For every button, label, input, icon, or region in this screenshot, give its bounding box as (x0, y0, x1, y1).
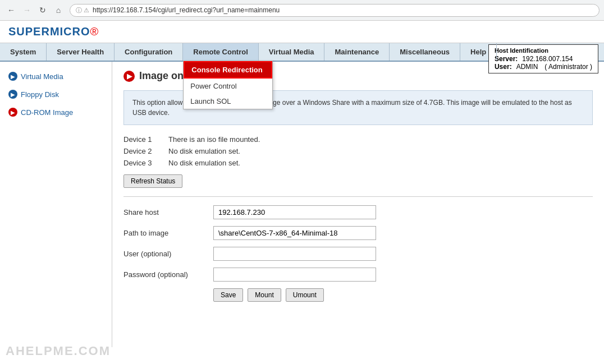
nav-buttons: ← → ↻ ⌂ (4, 3, 65, 17)
supermicro-logo: SUPERMICRO® (8, 25, 98, 38)
path-input[interactable] (213, 226, 376, 240)
address-bar[interactable]: ⓘ ⚠ https://192.168.7.154/cgi/url_redire… (70, 4, 600, 17)
nav-server-health[interactable]: Server Health (47, 43, 115, 61)
sidebar-item-floppy-disk[interactable]: ▶ Floppy Disk (0, 85, 112, 103)
host-identification-box: Host Identification Server: 192.168.007.… (488, 44, 598, 73)
logo-dot: ® (90, 25, 99, 38)
nav-maintenance[interactable]: Maintenance (324, 43, 390, 61)
logo-bar: SUPERMICRO® (0, 21, 604, 43)
nav-help[interactable]: Help (460, 43, 497, 61)
save-button[interactable]: Save (213, 288, 243, 302)
virtual-media-icon: ▶ (8, 72, 17, 81)
device-2-label: Device 2 (123, 147, 168, 155)
user-value: ADMIN (516, 63, 538, 71)
device-3-label: Device 3 (123, 159, 168, 167)
watermark: AHELPME.COM (6, 344, 111, 347)
user-row: User (optional) (123, 247, 593, 261)
server-value: 192.168.007.154 (522, 55, 573, 63)
url-text: https://192.168.7.154/cgi/url_redirect.c… (93, 6, 280, 14)
nav-virtual-media[interactable]: Virtual Media (259, 43, 325, 61)
device-3-value: No disk emulation set. (168, 159, 240, 167)
dropdown-console-redirection[interactable]: Console Redirection (184, 61, 272, 79)
sidebar-floppy-disk-label: Floppy Disk (21, 90, 59, 99)
sidebar-virtual-media-label: Virtual Media (21, 72, 63, 81)
device-table: Device 1 There is an iso file mounted. D… (123, 133, 593, 169)
nav-remote-control[interactable]: Remote Control Console Redirection Power… (183, 43, 259, 61)
share-host-label: Share host (123, 208, 213, 216)
user-label: User (optional) (123, 250, 213, 258)
browser-chrome: ← → ↻ ⌂ ⓘ ⚠ https://192.168.7.154/cgi/ur… (0, 0, 604, 21)
floppy-disk-icon: ▶ (8, 90, 17, 99)
sidebar: ▶ Virtual Media ▶ Floppy Disk ▶ CD-ROM I… (0, 62, 112, 347)
logo-text: SUPERMICRO (8, 25, 90, 38)
forward-button[interactable]: → (20, 3, 34, 17)
device-row-3: Device 3 No disk emulation set. (123, 157, 593, 169)
device-2-value: No disk emulation set. (168, 147, 240, 155)
device-row-2: Device 2 No disk emulation set. (123, 145, 593, 157)
umount-button[interactable]: Umount (286, 288, 324, 302)
bottom-buttons: Save Mount Umount (213, 288, 593, 302)
path-to-image-row: Path to image (123, 226, 593, 240)
sidebar-item-virtual-media[interactable]: ▶ Virtual Media (0, 67, 112, 85)
device-1-value: There is an iso file mounted. (168, 135, 260, 144)
user-label: User: (495, 63, 512, 71)
nav-miscellaneous[interactable]: Miscellaneous (390, 43, 460, 61)
path-label: Path to image (123, 229, 213, 237)
section-divider (123, 196, 593, 197)
home-button[interactable]: ⌂ (52, 3, 65, 17)
host-id-user-row: User: ADMIN ( Administrator ) (495, 63, 592, 71)
host-id-title: Host Identification (495, 47, 592, 54)
share-host-input[interactable] (213, 205, 376, 219)
security-icon: ⓘ ⚠ (76, 6, 89, 15)
password-input[interactable] (213, 268, 376, 282)
page-title-icon: ▶ (123, 71, 135, 82)
back-button[interactable]: ← (4, 3, 18, 17)
sidebar-cdrom-image-label: CD-ROM Image (21, 108, 73, 117)
password-row: Password (optional) (123, 268, 593, 282)
device-1-label: Device 1 (123, 135, 168, 144)
main-layout: ▶ Virtual Media ▶ Floppy Disk ▶ CD-ROM I… (0, 62, 604, 347)
mount-button[interactable]: Mount (248, 288, 281, 302)
share-host-row: Share host (123, 205, 593, 219)
dropdown-power-control[interactable]: Power Control (184, 79, 272, 94)
reload-button[interactable]: ↻ (36, 3, 49, 17)
device-row-1: Device 1 There is an iso file mounted. (123, 133, 593, 145)
cdrom-image-icon: ▶ (8, 108, 17, 117)
remote-control-dropdown: Console Redirection Power Control Launch… (183, 61, 273, 109)
nav-system[interactable]: System (0, 43, 47, 61)
refresh-status-button[interactable]: Refresh Status (123, 174, 182, 188)
host-id-server-row: Server: 192.168.007.154 (495, 55, 592, 63)
refresh-button-container: Refresh Status (123, 174, 593, 188)
password-label: Password (optional) (123, 270, 213, 279)
user-role: ( Administrator ) (544, 63, 592, 71)
nav-remote-control-label: Remote Control (193, 48, 248, 56)
user-input[interactable] (213, 247, 376, 261)
sidebar-item-cdrom-image[interactable]: ▶ CD-ROM Image (0, 103, 112, 121)
nav-configuration[interactable]: Configuration (115, 43, 183, 61)
dropdown-launch-sol[interactable]: Launch SOL (184, 94, 272, 109)
server-label: Server: (495, 55, 518, 63)
